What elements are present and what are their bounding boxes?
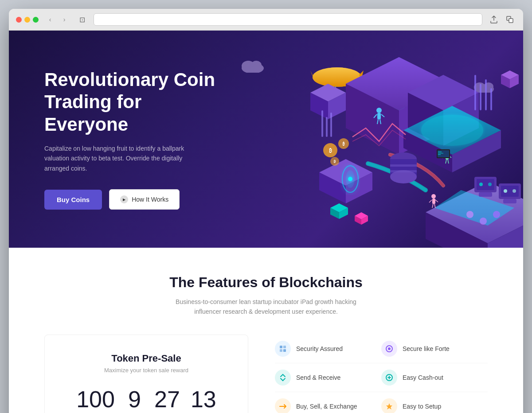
new-window-button[interactable]	[504, 15, 516, 24]
features-section: The Features of Blockchains Business-to-…	[9, 248, 523, 413]
features-grid: Token Pre-Sale Maximize your token sale …	[44, 335, 488, 413]
svg-point-97	[488, 183, 492, 186]
buy-coins-button[interactable]: Buy Coins	[44, 190, 102, 210]
hero-subtitle: Capitalize on low hanging fruit to ident…	[44, 144, 186, 173]
svg-point-93	[348, 177, 352, 181]
hero-section: ₿ ₿ Revolutionary Coin Trading for Every…	[9, 31, 523, 248]
send-receive-icon	[275, 370, 291, 386]
nav-buttons: ‹ ›	[44, 15, 70, 24]
svg-rect-109	[280, 349, 282, 352]
features-columns: Security Assured Send & Receive	[275, 335, 488, 413]
svg-rect-76	[438, 152, 442, 152]
svg-text:₿: ₿	[329, 148, 332, 154]
countdown-seconds: 13 SECONDS	[191, 388, 216, 413]
sidebar-button[interactable]: ⊡	[76, 15, 88, 24]
svg-point-38	[466, 211, 473, 218]
hero-illustration: ₿ ₿ ₿	[257, 31, 523, 248]
countdown-days: 100 DAYS	[76, 388, 115, 413]
countdown: 100 DAYS 9 HOURS 27 MINUTES 13 SECONDS	[63, 388, 230, 413]
feature-item-buy-sell: Buy, Sell, & Exchange	[275, 392, 381, 413]
svg-rect-100	[501, 186, 519, 197]
token-card-subtitle: Maximize your token sale reward	[63, 367, 230, 374]
feature-item-easy-setup: Easy to Setup	[381, 392, 488, 413]
hero-title: Revolutionary Coin Trading for Everyone	[44, 69, 222, 136]
svg-rect-48	[321, 110, 323, 137]
back-button[interactable]: ‹	[44, 15, 56, 24]
svg-point-96	[479, 183, 483, 186]
svg-rect-75	[438, 150, 449, 157]
feature-item-send-receive: Send & Receive	[275, 363, 381, 392]
svg-rect-107	[280, 346, 282, 348]
countdown-minutes: 27 MINUTES	[154, 388, 180, 413]
svg-rect-108	[283, 346, 286, 348]
token-card: Token Pre-Sale Maximize your token sale …	[44, 335, 248, 413]
hero-buttons: Buy Coins ▶ How It Works	[44, 189, 222, 210]
svg-rect-55	[390, 170, 417, 172]
svg-rect-110	[283, 349, 286, 352]
hero-content: Revolutionary Coin Trading for Everyone …	[9, 42, 257, 236]
easy-setup-icon	[381, 398, 397, 413]
svg-rect-47	[490, 88, 492, 110]
share-button[interactable]	[488, 15, 500, 24]
forward-button[interactable]: ›	[58, 15, 70, 24]
svg-rect-95	[477, 179, 494, 190]
svg-rect-1	[509, 19, 513, 23]
svg-rect-54	[390, 164, 417, 167]
svg-marker-114	[386, 403, 392, 409]
cash-out-icon	[381, 370, 397, 386]
secure-forte-icon	[381, 341, 397, 357]
svg-line-82	[435, 200, 438, 202]
svg-point-101	[504, 189, 507, 193]
svg-rect-46	[485, 79, 487, 110]
how-it-works-button[interactable]: ▶ How It Works	[109, 189, 180, 210]
feature-item-cash-out: Easy Cash-out	[381, 363, 488, 392]
svg-rect-63	[377, 113, 381, 119]
svg-rect-98	[479, 192, 492, 197]
svg-rect-50	[330, 113, 332, 137]
features-header: The Features of Blockchains Business-to-…	[27, 274, 505, 317]
features-col-right: Secure like Forte Easy Cash-out	[381, 335, 488, 413]
fullscreen-button[interactable]	[33, 17, 39, 23]
svg-line-84	[434, 204, 435, 208]
svg-point-62	[376, 108, 382, 113]
browser-chrome: ‹ › ⊡	[9, 9, 523, 31]
svg-point-79	[431, 194, 436, 199]
browser-window: ‹ › ⊡	[9, 9, 523, 413]
browser-actions	[488, 15, 516, 24]
features-col-left: Security Assured Send & Receive	[275, 335, 381, 413]
play-icon: ▶	[120, 195, 128, 203]
svg-rect-77	[438, 153, 443, 154]
traffic-lights	[16, 17, 39, 23]
address-bar[interactable]	[94, 13, 482, 26]
svg-rect-44	[474, 75, 476, 110]
svg-rect-80	[432, 199, 435, 204]
security-icon	[275, 341, 291, 357]
svg-rect-49	[326, 117, 328, 137]
svg-point-39	[480, 218, 487, 225]
svg-point-33	[421, 115, 483, 146]
svg-line-81	[429, 200, 432, 203]
close-button[interactable]	[16, 17, 22, 23]
feature-item-security: Security Assured	[275, 335, 381, 363]
feature-item-secure-forte: Secure like Forte	[381, 335, 488, 363]
svg-rect-103	[503, 199, 516, 203]
features-subtitle: Business-to-consumer lean startup incuba…	[173, 297, 359, 317]
svg-point-40	[493, 211, 500, 218]
svg-rect-78	[438, 154, 441, 155]
svg-point-112	[388, 347, 391, 350]
features-title: The Features of Blockchains	[27, 274, 505, 291]
svg-rect-45	[480, 84, 481, 110]
countdown-hours: 9 HOURS	[125, 388, 144, 413]
minimize-button[interactable]	[24, 17, 30, 23]
token-card-title: Token Pre-Sale	[63, 353, 230, 364]
svg-point-102	[512, 189, 516, 193]
svg-line-83	[432, 204, 433, 208]
buy-sell-icon	[275, 398, 291, 413]
features-list: Security Assured Send & Receive	[266, 335, 488, 413]
